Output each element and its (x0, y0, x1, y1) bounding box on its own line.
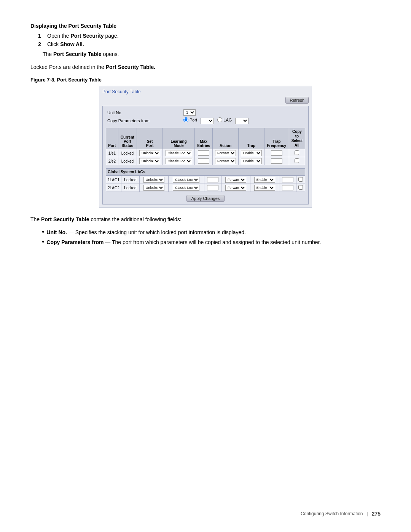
row2-max (195, 157, 213, 165)
row2-learning-select[interactable]: Classic Lock (166, 158, 192, 164)
row1-copy (289, 149, 305, 157)
bullet-dot-1: • (42, 228, 44, 235)
port-radio-label[interactable]: Port (183, 117, 197, 122)
lag1-copy-checkbox[interactable] (298, 177, 303, 182)
row2-current: Locked (118, 157, 137, 165)
step-1-num: 1 (38, 33, 44, 39)
lag1-max (204, 176, 221, 184)
port-security-table-widget: Port Security Table Refresh Unit No. 1 C… (99, 86, 312, 208)
lag-select[interactable] (235, 118, 249, 124)
row2-max-input[interactable] (198, 158, 209, 164)
footer-pipe: | (367, 511, 368, 516)
row2-copy (289, 157, 305, 165)
row1-max-input[interactable] (198, 150, 209, 156)
lag-radio[interactable] (217, 117, 222, 122)
lag2-action: Forward (221, 184, 250, 192)
lag2-set-select[interactable]: Unlocked (143, 185, 164, 191)
refresh-row: Refresh (102, 97, 309, 104)
copy-params-row: Copy Parameters from Port LAG (106, 117, 305, 125)
port-radio-text: Port (190, 118, 197, 122)
bullet-copy-params-text: Copy Parameters from — The port from whi… (46, 239, 321, 245)
lag1-set-select[interactable]: Unlocked (143, 177, 164, 183)
unit-select[interactable]: 1 (183, 109, 196, 116)
row2-action-select[interactable]: Forward (215, 158, 236, 164)
table-row: 2/e2 Locked Unlocked Classic Lock (106, 157, 305, 165)
lag1-freq-input[interactable] (282, 177, 293, 182)
th-trap: Trap (238, 128, 264, 149)
refresh-button[interactable]: Refresh (285, 97, 309, 104)
lag-table-row: 2LAG2 Locked Unlocked Classic Lock (106, 184, 305, 192)
row2-port: 2/e2 (106, 157, 118, 165)
row2-set-select[interactable]: Unlocked (139, 158, 160, 164)
lag-table: 1LAG1 Locked Unlocked Classic Lock (106, 176, 305, 192)
lag1-trap-select[interactable]: Enable (254, 177, 275, 183)
row2-trap-select[interactable]: Enable (241, 158, 262, 164)
figure-label: Figure 7-8. Port Security Table (30, 77, 381, 83)
row1-trap-select[interactable]: Enable (241, 150, 262, 156)
bullet-unit-no-text: Unit No. — Specifies the stacking unit f… (46, 229, 246, 235)
lag1-action: Forward (221, 176, 250, 184)
row1-learning: Classic Lock (162, 149, 194, 157)
unit-no-row: Unit No. 1 (106, 109, 305, 117)
lag2-max (204, 184, 221, 192)
locked-ports-text: Locked Ports are defined in the Port Sec… (30, 64, 381, 70)
lag-radio-label[interactable]: LAG (217, 117, 232, 122)
th-trap-freq: TrapFrequency (264, 128, 289, 149)
row1-action-select[interactable]: Forward (215, 150, 236, 156)
bullet-list: • Unit No. — Specifies the stacking unit… (42, 229, 381, 245)
lag2-learning-select[interactable]: Classic Lock (173, 185, 199, 191)
row2-trap: Enable (238, 157, 264, 165)
th-action: Action (213, 128, 239, 149)
row1-current: Locked (118, 149, 137, 157)
bullet-copy-params: • Copy Parameters from — The port from w… (42, 239, 381, 245)
copy-params-controls: Port LAG (182, 117, 305, 125)
lag1-action-select[interactable]: Forward (225, 177, 246, 183)
step-2: 2 Click Show All. (38, 41, 381, 47)
widget-title: Port Security Table (102, 89, 309, 94)
row1-action: Forward (213, 149, 239, 157)
lag1-max-input[interactable] (207, 177, 218, 182)
row2-freq-input[interactable] (271, 158, 282, 164)
lag2-action-select[interactable]: Forward (225, 185, 246, 191)
note-paragraph: The Port Security Table opens. (43, 51, 381, 57)
data-table: Port CurrentPortStatus SetPort LearningM… (106, 128, 305, 165)
port-select[interactable] (201, 118, 214, 124)
row1-set-select[interactable]: Unlocked (139, 150, 160, 156)
copy-params-label: Copy Parameters from (106, 117, 182, 125)
th-learning-mode: LearningMode (162, 128, 194, 149)
lag2-freq-input[interactable] (282, 185, 293, 190)
lag1-copy (296, 176, 305, 184)
step-2-text: Click Show All. (47, 41, 381, 47)
row1-learning-select[interactable]: Classic Lock (166, 150, 192, 156)
unit-no-value: 1 (182, 109, 305, 117)
footer-text: Configuring Switch Information (301, 511, 363, 516)
lag2-current: Locked (121, 184, 140, 192)
th-max-entries: MaxEntries (195, 128, 213, 149)
description-paragraph: The Port Security Table contains the add… (30, 216, 381, 222)
lag1-port: 1LAG1 (106, 176, 121, 184)
lag2-max-input[interactable] (207, 185, 218, 190)
lag1-current: Locked (121, 176, 140, 184)
step-1: 1 Open the Port Security page. (38, 33, 381, 39)
row2-set: Unlocked (137, 157, 163, 165)
lag-table-row: 1LAG1 Locked Unlocked Classic Lock (106, 176, 305, 184)
row1-freq-input[interactable] (271, 150, 282, 156)
step-1-text: Open the Port Security page. (47, 33, 381, 39)
row2-freq (264, 157, 289, 165)
lag2-copy-checkbox[interactable] (298, 185, 303, 190)
port-radio[interactable] (183, 117, 188, 122)
row2-action: Forward (213, 157, 239, 165)
table-header-row: Port CurrentPortStatus SetPort LearningM… (106, 128, 305, 149)
lag1-trap: Enable (250, 176, 279, 184)
bullet-unit-no: • Unit No. — Specifies the stacking unit… (42, 229, 381, 235)
lag1-set: Unlocked (139, 176, 168, 184)
apply-changes-button[interactable]: Apply Changes (186, 195, 225, 202)
lag1-learning-select[interactable]: Classic Lock (173, 177, 199, 183)
row2-copy-checkbox[interactable] (295, 158, 299, 163)
th-copy-select-all: CopytoSelectAll (289, 128, 305, 149)
unit-no-label: Unit No. (106, 109, 182, 117)
row1-freq (264, 149, 289, 157)
row1-copy-checkbox[interactable] (295, 150, 299, 155)
footer-page: 275 (372, 511, 381, 517)
lag2-trap-select[interactable]: Enable (254, 185, 275, 191)
